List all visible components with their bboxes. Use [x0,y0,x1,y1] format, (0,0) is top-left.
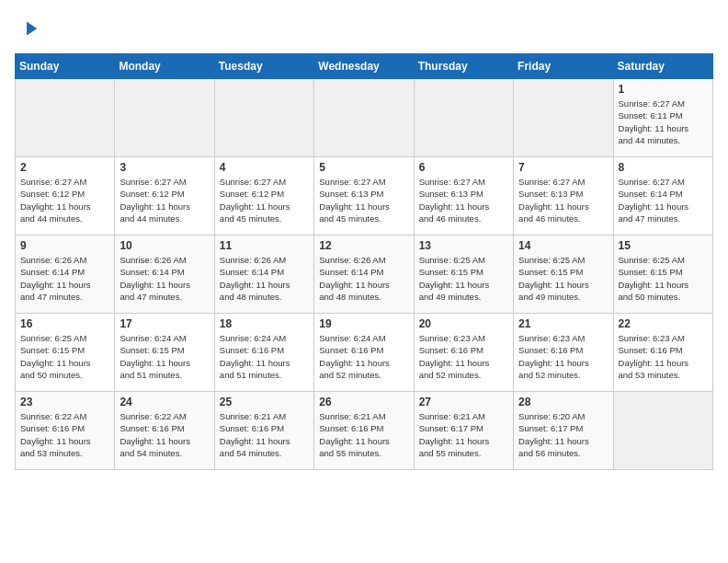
day-info: Sunrise: 6:24 AM Sunset: 6:16 PM Dayligh… [319,332,408,381]
day-number: 23 [20,396,109,408]
calendar-cell: 1Sunrise: 6:27 AM Sunset: 6:11 PM Daylig… [613,79,712,157]
day-info: Sunrise: 6:26 AM Sunset: 6:14 PM Dayligh… [220,254,309,303]
logo-icon [15,17,40,42]
weekday-header-tuesday: Tuesday [214,54,313,79]
day-info: Sunrise: 6:27 AM Sunset: 6:13 PM Dayligh… [419,176,508,224]
calendar-cell: 15Sunrise: 6:25 AM Sunset: 6:15 PM Dayli… [613,236,712,314]
calendar-cell [214,79,313,157]
day-number: 14 [518,239,608,252]
day-info: Sunrise: 6:21 AM Sunset: 6:16 PM Dayligh… [319,410,408,459]
calendar-cell: 27Sunrise: 6:21 AM Sunset: 6:17 PM Dayli… [414,392,513,470]
calendar-cell: 12Sunrise: 6:26 AM Sunset: 6:14 PM Dayli… [314,236,414,314]
day-number: 10 [119,239,209,252]
day-number: 5 [319,161,408,174]
day-info: Sunrise: 6:26 AM Sunset: 6:14 PM Dayligh… [20,254,109,303]
day-info: Sunrise: 6:26 AM Sunset: 6:14 PM Dayligh… [119,254,209,303]
day-info: Sunrise: 6:24 AM Sunset: 6:16 PM Dayligh… [220,332,309,381]
calendar-cell: 8Sunrise: 6:27 AM Sunset: 6:14 PM Daylig… [613,157,712,236]
weekday-header-friday: Friday [514,54,613,79]
day-number: 22 [619,317,708,330]
calendar-cell: 14Sunrise: 6:25 AM Sunset: 6:15 PM Dayli… [514,236,613,314]
day-info: Sunrise: 6:25 AM Sunset: 6:15 PM Dayligh… [419,254,508,303]
day-info: Sunrise: 6:20 AM Sunset: 6:17 PM Dayligh… [518,410,608,459]
calendar-cell [514,79,613,157]
calendar-cell: 26Sunrise: 6:21 AM Sunset: 6:16 PM Dayli… [314,392,414,470]
calendar-cell: 11Sunrise: 6:26 AM Sunset: 6:14 PM Dayli… [214,236,313,314]
weekday-header-row: SundayMondayTuesdayWednesdayThursdayFrid… [16,54,713,79]
day-number: 9 [20,239,109,252]
day-number: 17 [119,317,209,330]
calendar-cell: 22Sunrise: 6:23 AM Sunset: 6:16 PM Dayli… [613,314,712,392]
calendar-cell: 28Sunrise: 6:20 AM Sunset: 6:17 PM Dayli… [514,392,613,470]
day-number: 2 [20,161,109,174]
calendar-cell: 13Sunrise: 6:25 AM Sunset: 6:15 PM Dayli… [414,236,513,314]
day-number: 13 [419,239,508,252]
day-number: 6 [419,161,508,174]
day-number: 18 [220,317,309,330]
day-number: 28 [518,396,608,408]
calendar-cell [115,79,214,157]
day-number: 26 [319,396,408,408]
calendar-cell: 16Sunrise: 6:25 AM Sunset: 6:15 PM Dayli… [16,314,115,392]
day-number: 24 [119,396,209,408]
day-info: Sunrise: 6:27 AM Sunset: 6:14 PM Dayligh… [619,176,708,224]
day-info: Sunrise: 6:27 AM Sunset: 6:11 PM Dayligh… [619,98,708,146]
day-info: Sunrise: 6:27 AM Sunset: 6:13 PM Dayligh… [518,176,608,224]
day-number: 8 [619,161,708,174]
calendar-week-3: 9Sunrise: 6:26 AM Sunset: 6:14 PM Daylig… [16,236,713,314]
day-info: Sunrise: 6:27 AM Sunset: 6:13 PM Dayligh… [319,176,408,224]
day-number: 4 [220,161,309,174]
day-number: 7 [518,161,608,174]
page-header [15,15,713,42]
day-number: 20 [419,317,508,330]
calendar-cell: 24Sunrise: 6:22 AM Sunset: 6:16 PM Dayli… [115,392,214,470]
calendar-cell: 2Sunrise: 6:27 AM Sunset: 6:12 PM Daylig… [16,157,115,236]
day-info: Sunrise: 6:23 AM Sunset: 6:16 PM Dayligh… [619,332,708,381]
day-number: 3 [119,161,209,174]
day-info: Sunrise: 6:22 AM Sunset: 6:16 PM Dayligh… [20,410,109,459]
day-info: Sunrise: 6:22 AM Sunset: 6:16 PM Dayligh… [119,410,209,459]
day-info: Sunrise: 6:27 AM Sunset: 6:12 PM Dayligh… [119,176,209,224]
day-info: Sunrise: 6:23 AM Sunset: 6:16 PM Dayligh… [518,332,608,381]
calendar-cell: 10Sunrise: 6:26 AM Sunset: 6:14 PM Dayli… [115,236,214,314]
weekday-header-monday: Monday [115,54,214,79]
day-number: 11 [220,239,309,252]
calendar-cell: 18Sunrise: 6:24 AM Sunset: 6:16 PM Dayli… [214,314,313,392]
calendar-table: SundayMondayTuesdayWednesdayThursdayFrid… [15,53,713,470]
calendar-cell: 17Sunrise: 6:24 AM Sunset: 6:15 PM Dayli… [115,314,214,392]
day-info: Sunrise: 6:23 AM Sunset: 6:16 PM Dayligh… [419,332,508,381]
calendar-week-4: 16Sunrise: 6:25 AM Sunset: 6:15 PM Dayli… [16,314,713,392]
calendar-cell: 21Sunrise: 6:23 AM Sunset: 6:16 PM Dayli… [514,314,613,392]
calendar-week-5: 23Sunrise: 6:22 AM Sunset: 6:16 PM Dayli… [16,392,713,470]
calendar-cell: 23Sunrise: 6:22 AM Sunset: 6:16 PM Dayli… [16,392,115,470]
day-number: 1 [619,83,708,96]
calendar-cell: 19Sunrise: 6:24 AM Sunset: 6:16 PM Dayli… [314,314,414,392]
day-info: Sunrise: 6:27 AM Sunset: 6:12 PM Dayligh… [20,176,109,224]
day-number: 21 [518,317,608,330]
day-info: Sunrise: 6:25 AM Sunset: 6:15 PM Dayligh… [518,254,608,303]
day-number: 12 [319,239,408,252]
weekday-header-wednesday: Wednesday [314,54,414,79]
weekday-header-sunday: Sunday [16,54,115,79]
calendar-cell [16,79,115,157]
weekday-header-saturday: Saturday [613,54,712,79]
day-info: Sunrise: 6:25 AM Sunset: 6:15 PM Dayligh… [619,254,708,303]
calendar-cell: 20Sunrise: 6:23 AM Sunset: 6:16 PM Dayli… [414,314,513,392]
calendar-cell: 25Sunrise: 6:21 AM Sunset: 6:16 PM Dayli… [214,392,313,470]
calendar-cell: 3Sunrise: 6:27 AM Sunset: 6:12 PM Daylig… [115,157,214,236]
calendar-cell: 6Sunrise: 6:27 AM Sunset: 6:13 PM Daylig… [414,157,513,236]
calendar-cell: 4Sunrise: 6:27 AM Sunset: 6:12 PM Daylig… [214,157,313,236]
day-info: Sunrise: 6:24 AM Sunset: 6:15 PM Dayligh… [119,332,209,381]
calendar-cell [414,79,513,157]
day-info: Sunrise: 6:26 AM Sunset: 6:14 PM Dayligh… [319,254,408,303]
calendar-cell: 7Sunrise: 6:27 AM Sunset: 6:13 PM Daylig… [514,157,613,236]
day-number: 25 [220,396,309,408]
day-number: 16 [20,317,109,330]
calendar-cell [613,392,712,470]
day-number: 15 [619,239,708,252]
calendar-cell [314,79,414,157]
day-info: Sunrise: 6:21 AM Sunset: 6:17 PM Dayligh… [419,410,508,459]
day-info: Sunrise: 6:27 AM Sunset: 6:12 PM Dayligh… [220,176,309,224]
weekday-header-thursday: Thursday [414,54,513,79]
logo [15,15,44,42]
